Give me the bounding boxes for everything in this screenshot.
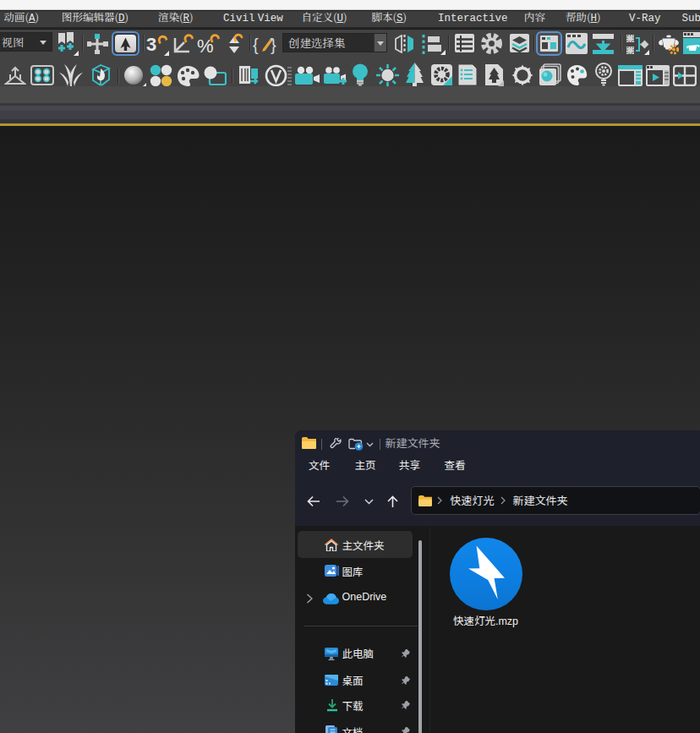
svg-text:3: 3 [146,34,156,55]
svg-text:}: } [271,36,276,54]
svg-text:{: { [253,36,259,54]
